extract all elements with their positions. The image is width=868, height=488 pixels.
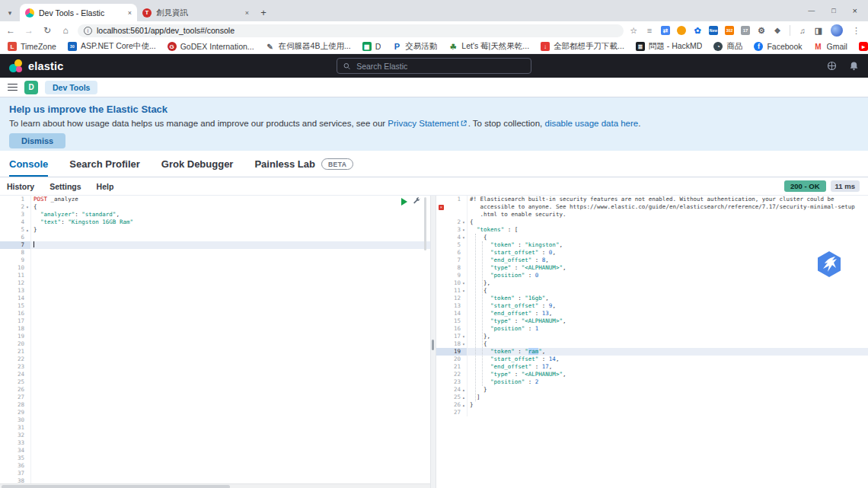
code-line[interactable]: 6 bbox=[0, 234, 430, 241]
bookmark-aspnet-core[interactable]: 30ASP.NET Core中使... bbox=[68, 41, 156, 52]
code-line[interactable]: 3▾ "tokens" : [ bbox=[436, 226, 868, 234]
tab-search-icon[interactable]: ▾ bbox=[0, 5, 20, 21]
orange-dot-extension-icon[interactable] bbox=[675, 25, 688, 36]
deployment-icon[interactable] bbox=[827, 61, 837, 71]
send-request-icon[interactable] bbox=[401, 198, 407, 206]
code-line[interactable]: 22 "type" : "<ALPHANUM>", bbox=[436, 371, 868, 378]
bookmark-lets-berry[interactable]: ☘Let's 莓|天然果乾... bbox=[448, 41, 529, 52]
browser-menu-icon[interactable]: ⋮ bbox=[849, 26, 863, 36]
bookmark-paypal-activity[interactable]: P交易活動 bbox=[392, 41, 437, 52]
code-line[interactable]: 10 bbox=[0, 264, 430, 272]
search-input[interactable] bbox=[355, 61, 525, 72]
menu-hamburger-icon[interactable] bbox=[8, 84, 18, 91]
tab-close-icon[interactable]: × bbox=[245, 9, 249, 17]
bookmark-server-4b[interactable]: ✎在伺服器4B上使用... bbox=[266, 41, 351, 52]
code-line[interactable]: 21 bbox=[0, 348, 430, 356]
code-line[interactable]: 15 bbox=[0, 302, 430, 310]
code-line[interactable]: 35 bbox=[0, 455, 430, 462]
code-line[interactable]: 24▴ } bbox=[436, 386, 868, 394]
bookmark-download-site[interactable]: ↓全部都想手刀下載... bbox=[541, 41, 624, 52]
console-menu-history[interactable]: History bbox=[7, 182, 34, 191]
dismiss-button[interactable]: Dismiss bbox=[9, 133, 65, 148]
code-line[interactable]: 4▾ { bbox=[436, 234, 868, 241]
bookmark-products[interactable]: ◔商品 bbox=[713, 41, 742, 52]
wrench-icon[interactable] bbox=[413, 197, 421, 206]
code-line[interactable]: 9 bbox=[0, 257, 430, 264]
forward-icon[interactable]: → bbox=[23, 25, 35, 36]
fold-toggle-icon[interactable]: ▾ bbox=[24, 203, 30, 211]
url-text[interactable]: localhost:5601/app/dev_tools#/console bbox=[97, 26, 235, 35]
code-line[interactable]: 30 bbox=[0, 416, 430, 424]
code-line[interactable]: 27 bbox=[0, 394, 430, 401]
address-bar[interactable]: i localhost:5601/app/dev_tools#/console bbox=[78, 24, 624, 37]
302-badge-extension-icon[interactable]: 302 bbox=[723, 25, 736, 36]
fold-toggle-icon[interactable]: ▾ bbox=[461, 287, 467, 295]
code-line[interactable]: 28 bbox=[0, 401, 430, 409]
fold-toggle-icon[interactable]: ▴ bbox=[461, 394, 467, 401]
code-line[interactable]: 6 "start_offset" : 0, bbox=[436, 249, 868, 257]
code-line[interactable]: 17 bbox=[0, 317, 430, 325]
code-line[interactable]: 12 "token" : "16gb", bbox=[436, 295, 868, 302]
bookmark-sheets-d[interactable]: ▦D bbox=[362, 42, 381, 51]
code-line[interactable]: 7 "end_offset" : 8, bbox=[436, 257, 868, 264]
fold-toggle-icon[interactable]: ▾ bbox=[461, 279, 467, 287]
code-line[interactable]: 22 bbox=[0, 356, 430, 363]
code-line[interactable]: 19 "token" : "ram", bbox=[436, 348, 868, 356]
code-line[interactable]: 31 bbox=[0, 424, 430, 432]
tab-close-icon[interactable]: × bbox=[128, 9, 132, 17]
code-line[interactable]: 1POST _analyze bbox=[0, 196, 430, 203]
puzzle-extensions-icon[interactable]: ❖ bbox=[771, 25, 783, 36]
code-line[interactable]: 18▾ { bbox=[436, 340, 868, 348]
elastic-brand[interactable]: elastic bbox=[9, 59, 64, 73]
disable-usage-data-link[interactable]: disable usage data here bbox=[544, 119, 638, 128]
side-panel-icon[interactable]: ◨ bbox=[812, 25, 825, 36]
space-avatar[interactable]: D bbox=[24, 81, 38, 94]
console-menu-help[interactable]: Help bbox=[97, 182, 114, 191]
close-window-icon[interactable]: × bbox=[853, 6, 857, 15]
tab-painless-lab[interactable]: Painless LabBETA bbox=[254, 158, 353, 177]
code-line[interactable]: 1#! Elasticsearch built-in security feat… bbox=[436, 196, 868, 203]
code-line[interactable]: 16 bbox=[0, 310, 430, 317]
bookmark-star-icon[interactable]: ☆ bbox=[630, 26, 637, 36]
code-line[interactable]: .html to enable security. bbox=[436, 211, 868, 218]
lines-extension-icon[interactable]: ≡ bbox=[643, 25, 656, 36]
profile-avatar[interactable] bbox=[831, 24, 843, 37]
code-line[interactable]: 20 bbox=[0, 340, 430, 348]
code-line[interactable]: 3 "analyzer": "standard", bbox=[0, 211, 430, 218]
bookmark-facebook[interactable]: fFacebook bbox=[754, 42, 802, 51]
code-line[interactable]: 5▴} bbox=[0, 226, 430, 234]
code-line[interactable]: 19 bbox=[0, 333, 430, 340]
global-search[interactable] bbox=[337, 58, 531, 74]
reload-icon[interactable]: ↻ bbox=[41, 25, 53, 36]
fold-toggle-icon[interactable]: ▾ bbox=[461, 226, 467, 234]
code-line[interactable]: 4 "text": "Kingston 16GB Ram" bbox=[0, 218, 430, 226]
code-line[interactable]: 5 "token" : "kingston", bbox=[436, 241, 868, 249]
fold-toggle-icon[interactable]: ▾ bbox=[461, 340, 467, 348]
code-line[interactable]: 26 bbox=[0, 386, 430, 394]
new-badge-extension-icon[interactable]: New bbox=[707, 25, 720, 36]
bookmark-hackmd[interactable]: ≣問題 - HackMD bbox=[636, 41, 703, 52]
code-line[interactable]: 20 "start_offset" : 14, bbox=[436, 356, 868, 363]
home-icon[interactable]: ⌂ bbox=[59, 25, 72, 36]
maximize-icon[interactable]: □ bbox=[831, 7, 835, 14]
code-line[interactable]: 14 bbox=[0, 295, 430, 302]
translate-extension-icon[interactable]: ⇄ bbox=[659, 25, 672, 36]
code-line[interactable]: 23 bbox=[0, 363, 430, 371]
new-tab-button[interactable]: + bbox=[254, 3, 273, 21]
code-line[interactable]: 8 bbox=[0, 249, 430, 257]
code-line[interactable]: 21 "end_offset" : 17, bbox=[436, 363, 868, 371]
code-line[interactable]: 13 "start_offset" : 9, bbox=[436, 302, 868, 310]
back-icon[interactable]: ← bbox=[5, 25, 17, 36]
code-line[interactable]: 10▾ }, bbox=[436, 279, 868, 287]
tab-search-profiler[interactable]: Search Profiler bbox=[69, 158, 140, 177]
browser-tab-devtools[interactable]: Dev Tools - Elastic × bbox=[20, 4, 137, 21]
console-menu-settings[interactable]: Settings bbox=[49, 182, 81, 191]
code-line[interactable]: 32 bbox=[0, 432, 430, 439]
code-line[interactable]: 15 "type" : "<ALPHANUM>", bbox=[436, 317, 868, 325]
bookmark-godex[interactable]: GGoDEX Internation... bbox=[168, 42, 254, 51]
code-line[interactable]: 16 "position" : 1 bbox=[436, 325, 868, 333]
fold-toggle-icon[interactable]: ▴ bbox=[461, 401, 467, 409]
code-line[interactable]: 7 bbox=[0, 241, 430, 249]
fold-toggle-icon[interactable]: ▴ bbox=[24, 226, 30, 234]
privacy-statement-link[interactable]: Privacy Statement bbox=[388, 119, 458, 128]
